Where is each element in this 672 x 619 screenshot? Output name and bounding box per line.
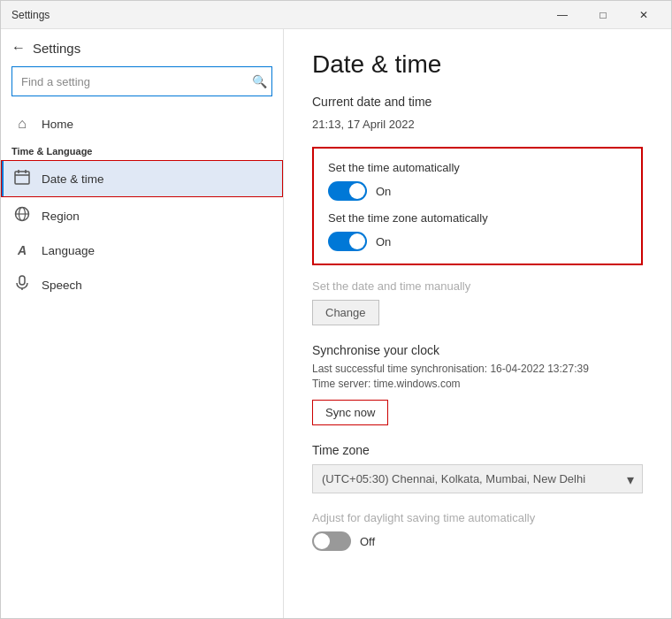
search-icon-button[interactable]: 🔍 <box>252 74 267 88</box>
manual-section: Set the date and time manually Change <box>312 279 643 325</box>
timezone-wrapper: (UTC+05:30) Chennai, Kolkata, Mumbai, Ne… <box>312 464 643 493</box>
sync-section: Synchronise your clock Last successful t… <box>312 343 643 425</box>
auto-section: Set the time automatically On Set the ti… <box>312 147 643 265</box>
daylight-section: Adjust for daylight saving time automati… <box>312 511 643 551</box>
sidebar-item-speech[interactable]: Speech <box>1 266 283 303</box>
daylight-label: Adjust for daylight saving time automati… <box>312 511 643 524</box>
sidebar-item-date-time-label: Date & time <box>42 172 104 186</box>
auto-time-toggle-row: On <box>328 181 627 201</box>
sidebar-app-title: Settings <box>33 41 80 56</box>
titlebar: Settings — □ ✕ <box>1 1 671 29</box>
titlebar-controls: — □ ✕ <box>542 1 664 29</box>
sidebar-item-speech-label: Speech <box>42 279 82 292</box>
timezone-title: Time zone <box>312 443 643 457</box>
search-input[interactable] <box>11 66 272 96</box>
sidebar: ← Settings 🔍 ⌂ Home Time & Language <box>1 29 284 618</box>
auto-time-row: Set the time automatically On <box>328 161 627 201</box>
main-content: Date & time Current date and time 21:13,… <box>284 29 671 590</box>
region-icon <box>13 206 31 225</box>
home-icon: ⌂ <box>13 116 31 132</box>
current-datetime: 21:13, 17 April 2022 <box>312 118 643 131</box>
sync-title: Synchronise your clock <box>312 343 643 357</box>
current-section-title: Current date and time <box>312 95 643 109</box>
auto-time-label: Set the time automatically <box>328 161 627 174</box>
daylight-toggle[interactable] <box>312 531 351 551</box>
manual-label: Set the date and time manually <box>312 279 643 293</box>
auto-timezone-toggle-text: On <box>376 235 391 248</box>
auto-timezone-label: Set the time zone automatically <box>328 211 627 225</box>
sidebar-item-home[interactable]: ⌂ Home <box>1 107 283 141</box>
close-button[interactable]: ✕ <box>623 1 664 29</box>
auto-timezone-knob <box>349 233 365 249</box>
sidebar-item-region[interactable]: Region <box>1 197 283 234</box>
daylight-toggle-row: Off <box>312 531 643 551</box>
maximize-button[interactable]: □ <box>583 1 623 29</box>
daylight-toggle-text: Off <box>360 535 375 548</box>
speech-icon <box>13 275 31 294</box>
daylight-knob <box>314 533 330 549</box>
sidebar-item-region-label: Region <box>42 210 80 223</box>
sidebar-item-home-label: Home <box>42 118 73 131</box>
auto-timezone-toggle-row: On <box>328 232 627 251</box>
search-box: 🔍 <box>11 66 272 96</box>
titlebar-title: Settings <box>11 9 50 21</box>
timezone-select[interactable]: (UTC+05:30) Chennai, Kolkata, Mumbai, Ne… <box>312 464 643 493</box>
sidebar-item-date-time[interactable]: Date & time <box>1 160 283 197</box>
sidebar-top: ← Settings <box>1 29 283 63</box>
language-icon: A <box>13 243 31 257</box>
auto-timezone-row: Set the time zone automatically On <box>328 211 627 251</box>
change-button[interactable]: Change <box>312 300 379 325</box>
auto-time-knob <box>349 183 365 199</box>
search-icon: 🔍 <box>252 74 267 88</box>
svg-rect-0 <box>15 172 29 184</box>
titlebar-left: Settings <box>11 9 50 21</box>
back-button[interactable]: ← <box>11 40 26 56</box>
settings-window: Settings — □ ✕ ← Settings 🔍 ⌂ Hom <box>0 0 672 619</box>
sidebar-section-label: Time & Language <box>1 141 283 160</box>
sync-info-2: Time server: time.windows.com <box>312 378 643 390</box>
content-area: ← Settings 🔍 ⌂ Home Time & Language <box>1 29 671 618</box>
auto-time-toggle[interactable] <box>328 181 367 201</box>
svg-rect-7 <box>19 276 25 285</box>
date-time-icon <box>13 169 31 188</box>
page-title: Date & time <box>312 50 643 79</box>
sidebar-item-language[interactable]: A Language <box>1 234 283 266</box>
main-wrapper: Date & time Current date and time 21:13,… <box>284 29 671 618</box>
timezone-section: Time zone (UTC+05:30) Chennai, Kolkata, … <box>312 443 643 493</box>
auto-time-toggle-text: On <box>376 185 391 198</box>
sidebar-item-language-label: Language <box>42 244 95 257</box>
minimize-button[interactable]: — <box>542 1 583 29</box>
sync-info-1: Last successful time synchronisation: 16… <box>312 363 643 375</box>
auto-timezone-toggle[interactable] <box>328 232 367 251</box>
sync-now-button[interactable]: Sync now <box>312 400 388 425</box>
